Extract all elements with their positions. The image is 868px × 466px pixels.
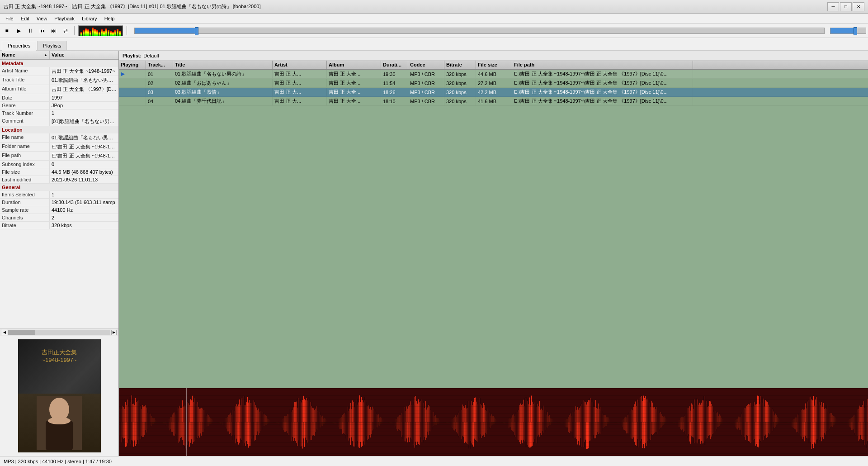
playlist-cell-duration: 18:26 (381, 88, 408, 96)
prop-row[interactable]: Duration19:30.143 (51 603 311 samp (0, 199, 118, 206)
playlist-cell-title: 04.組曲「夢千代日記」 (173, 97, 273, 105)
col-header-filesize[interactable]: File size (476, 61, 512, 69)
play-button[interactable]: ▶ (14, 26, 24, 36)
prop-row[interactable]: Comment[01]歌謡組曲「名もない男の詩」 (0, 117, 118, 126)
statusbar: MP3 | 320 kbps | 44100 Hz | stereo | 1:4… (0, 456, 868, 466)
prop-row[interactable]: Track Number1 (0, 109, 118, 117)
tab-properties[interactable]: Properties (2, 41, 36, 51)
col-header-playing[interactable]: Playing (119, 61, 146, 69)
playlist-cell-filesize: 44.6 MB (476, 70, 512, 78)
prop-row[interactable]: Sample rate44100 Hz (0, 206, 118, 214)
stop-button[interactable]: ■ (2, 26, 12, 36)
playlist-column-headers: PlayingTrack...TitleArtistAlbumDurati...… (119, 61, 868, 70)
playlist-cell-artist: 吉田 正 大... (273, 88, 327, 96)
prop-value: 01.歌謡組曲「名もない男の詩 (50, 133, 118, 142)
col-header-codec[interactable]: Codec (408, 61, 444, 69)
volume-thumb[interactable] (854, 27, 857, 35)
menu-item-library[interactable]: Library (78, 15, 101, 22)
prop-row[interactable]: Track Title01.歌謡組曲「名もない男の詩」 (0, 76, 118, 85)
prop-row[interactable]: Album Title吉田 正 大全集 〈1997〉[Disc (0, 85, 118, 94)
playlist-cell-duration: 19:30 (381, 70, 408, 78)
window-title: 吉田 正 大全集 ~1948-1997~ - [吉田 正 大全集 《1997》[… (4, 3, 261, 10)
prop-name: Track Number (0, 109, 50, 117)
prop-name: Genre (0, 102, 50, 109)
tab-playlists[interactable]: Playlists (37, 41, 67, 50)
prop-row[interactable]: Folder nameE:\吉田 正 大全集 ~1948-1997 (0, 143, 118, 152)
menu-item-playback[interactable]: Playback (51, 15, 78, 22)
prop-value: 01.歌謡組曲「名もない男の詩」 (50, 76, 118, 85)
col-header-duration[interactable]: Durati... (381, 61, 408, 69)
progress-container[interactable] (131, 28, 828, 34)
col-value-header[interactable]: Value (50, 51, 118, 59)
scroll-left-btn[interactable]: ◀ (2, 330, 7, 335)
playlist-cell-album: 吉田 正 大全... (327, 97, 381, 105)
prev-button[interactable]: ⏮ (37, 26, 47, 36)
playlist-cell-playing (119, 79, 146, 87)
maximize-button[interactable]: □ (840, 2, 852, 11)
col-header-artist[interactable]: Artist (273, 61, 327, 69)
prop-value: 44.6 MB (46 868 407 bytes) (50, 168, 118, 176)
volume-fill (830, 28, 855, 33)
random-button[interactable]: ⇄ (61, 26, 71, 36)
album-art-bg (18, 394, 101, 452)
prop-name: Items Selected (0, 191, 50, 198)
metadata-rows: Artist Name吉田 正 大全集 ~1948-1997~Track Tit… (0, 67, 118, 126)
playlist-cell-codec: MP3 / CBR (408, 70, 444, 78)
playlist-row[interactable]: 0404.組曲「夢千代日記」吉田 正 大...吉田 正 大全...18:10MP… (119, 97, 868, 106)
menu-item-help[interactable]: Help (101, 15, 118, 22)
col-header-track[interactable]: Track... (146, 61, 173, 69)
playlist-row[interactable]: ▶0101.歌謡組曲「名もない男の詩」吉田 正 大...吉田 正 大全...19… (119, 70, 868, 79)
prop-row[interactable]: Items Selected1 (0, 191, 118, 199)
playlist-cell-codec: MP3 / CBR (408, 88, 444, 96)
menu-item-view[interactable]: View (33, 15, 51, 22)
volume-bar[interactable] (830, 28, 866, 34)
playlist-cell-artist: 吉田 正 大... (273, 97, 327, 105)
playlist-cell-playing (119, 88, 146, 96)
general-rows: Items Selected1Duration19:30.143 (51 603… (0, 191, 118, 229)
h-scrollbar[interactable]: ◀ ▶ (0, 328, 118, 336)
prop-name: Last modified (0, 176, 50, 183)
location-rows: File name01.歌謡組曲「名もない男の詩Folder nameE:\吉田… (0, 133, 118, 184)
properties-header: Name ▲ Value (0, 51, 118, 60)
prop-row[interactable]: Last modified2021-09-26 11:01:13 (0, 176, 118, 184)
scroll-right-btn[interactable]: ▶ (111, 330, 117, 335)
playlist-row[interactable]: 0202.組曲「おばあちゃん」吉田 正 大...吉田 正 大全...11:54M… (119, 79, 868, 88)
menubar: FileEditViewPlaybackLibraryHelp (0, 14, 868, 24)
minimize-button[interactable]: ─ (827, 2, 839, 11)
prop-value: E:\吉田 正 大全集 ~1948-1997 (50, 143, 118, 151)
menu-item-file[interactable]: File (2, 15, 17, 22)
prop-row[interactable]: Bitrate320 kbps (0, 222, 118, 229)
playlist-name: Default (143, 53, 159, 58)
pause-button[interactable]: ⏸ (25, 26, 35, 36)
h-scrollbar-track[interactable] (8, 330, 110, 335)
col-header-filepath[interactable]: File path (512, 61, 693, 69)
playlist-cell-title: 02.組曲「おばあちゃん」 (173, 79, 273, 87)
prop-row[interactable]: Channels2 (0, 214, 118, 222)
col-header-title[interactable]: Title (173, 61, 273, 69)
playlist-rows[interactable]: ▶0101.歌謡組曲「名もない男の詩」吉田 正 大...吉田 正 大全...19… (119, 70, 868, 388)
close-button[interactable]: ✕ (853, 2, 864, 11)
playlist-cell-bitrate: 320 kbps (444, 70, 476, 78)
playlist-cell-playing: ▶ (119, 70, 146, 78)
prop-row[interactable]: Subsong index0 (0, 161, 118, 168)
prop-row[interactable]: File name01.歌謡組曲「名もない男の詩 (0, 133, 118, 143)
col-header-album[interactable]: Album (327, 61, 381, 69)
col-name-header[interactable]: Name ▲ (0, 51, 50, 59)
seek-bar[interactable] (134, 28, 825, 34)
seek-thumb[interactable] (195, 27, 198, 35)
col-header-bitrate[interactable]: Bitrate (444, 61, 476, 69)
prop-row[interactable]: File size44.6 MB (46 868 407 bytes) (0, 168, 118, 176)
prop-row[interactable]: GenreJPop (0, 102, 118, 109)
svg-point-3 (48, 417, 71, 424)
h-scrollbar-thumb[interactable] (8, 330, 35, 335)
prop-row[interactable]: Date1997 (0, 94, 118, 102)
playlist-cell-artist: 吉田 正 大... (273, 70, 327, 78)
prop-row[interactable]: Artist Name吉田 正 大全集 ~1948-1997~ (0, 67, 118, 76)
menu-item-edit[interactable]: Edit (17, 15, 33, 22)
prop-row[interactable]: File pathE:\吉田 正 大全集 ~1948-1997 (0, 152, 118, 161)
next-button[interactable]: ⏭ (49, 26, 59, 36)
prop-name: File path (0, 152, 50, 160)
playlist-row[interactable]: 0303.歌謡組曲「慕情」吉田 正 大...吉田 正 大全...18:26MP3… (119, 88, 868, 97)
eq-bar-13 (110, 31, 112, 36)
eq-bar-8 (99, 32, 100, 36)
